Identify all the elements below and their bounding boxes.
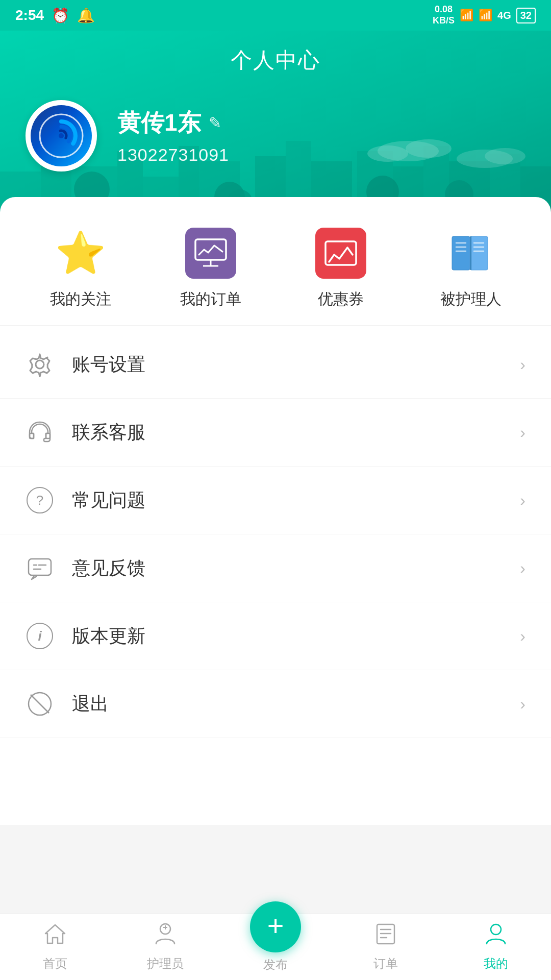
menu-list: 账号设置 › 联系客服 › ? 常见问题 › (0, 326, 551, 743)
tab-orders-label: 订单 (373, 955, 398, 972)
arrow-icon: › (520, 355, 525, 374)
main-content: ⭐ 我的关注 我的订单 优惠券 (0, 197, 551, 825)
arrow-icon: › (520, 423, 525, 442)
svg-point-30 (59, 133, 64, 138)
orders-icon (374, 922, 397, 951)
star-icon: ⭐ (55, 229, 106, 277)
signal-icon-1: 📶 (479, 9, 492, 22)
arrow-icon: › (520, 695, 525, 714)
info-icon: i (26, 622, 54, 650)
notification-icon: 🔔 (77, 7, 95, 24)
coupon-icon (323, 235, 359, 271)
chat-icon (26, 554, 54, 582)
care-person-icon-wrapper (445, 228, 496, 279)
status-right: 0.08KB/S 📶 📶 4G 32 (433, 4, 536, 26)
tab-mine-label: 我的 (484, 955, 508, 972)
my-follow-icon-wrapper: ⭐ (55, 228, 106, 279)
action-my-follow[interactable]: ⭐ 我的关注 (15, 228, 145, 310)
avatar-image (31, 105, 92, 166)
tab-nurse[interactable]: 护理员 (110, 922, 220, 972)
tab-nurse-label: 护理员 (147, 955, 184, 972)
profile-info: 黄传1东 ✎ 13022731091 (117, 107, 229, 165)
svg-rect-35 (452, 236, 470, 270)
care-person-label: 被护理人 (440, 289, 502, 310)
home-icon (43, 922, 67, 951)
menu-item-logout[interactable]: 退出 › (0, 670, 551, 738)
menu-item-faq[interactable]: ? 常见问题 › (0, 467, 551, 534)
coupon-label: 优惠券 (318, 289, 364, 310)
svg-line-52 (31, 695, 49, 713)
quick-actions-section: ⭐ 我的关注 我的订单 优惠券 (0, 207, 551, 326)
action-my-order[interactable]: 我的订单 (145, 228, 276, 310)
fab-publish-button[interactable]: + (250, 901, 301, 952)
status-left: 2:54 ⏰ 🔔 (15, 7, 95, 24)
tab-home-label: 首页 (43, 955, 67, 972)
network-speed: 0.08KB/S (433, 4, 455, 26)
headset-icon (26, 418, 54, 447)
clock-icon: ⏰ (52, 7, 69, 24)
mine-icon (484, 922, 508, 951)
logout-label: 退出 (72, 692, 520, 717)
status-bar: 2:54 ⏰ 🔔 0.08KB/S 📶 📶 4G 32 (0, 0, 551, 31)
tab-orders[interactable]: 订单 (331, 922, 441, 972)
arrow-icon: › (520, 627, 525, 646)
tab-bar: 首页 护理员 + 发布 订单 (0, 914, 551, 980)
coupon-icon-wrapper (315, 228, 366, 279)
menu-item-update[interactable]: i 版本更新 › (0, 602, 551, 670)
update-label: 版本更新 (72, 624, 520, 649)
svg-point-60 (491, 924, 501, 935)
action-coupon[interactable]: 优惠券 (276, 228, 406, 310)
tab-publish[interactable]: + 发布 (220, 922, 331, 973)
menu-item-account-settings[interactable]: 账号设置 › (0, 331, 551, 399)
profile-phone: 13022731091 (117, 145, 229, 165)
account-settings-label: 账号设置 (72, 352, 520, 377)
arrow-icon: › (520, 491, 525, 510)
nurse-icon (154, 922, 177, 951)
my-order-icon-wrapper (185, 228, 236, 279)
tab-publish-label: 发布 (263, 957, 288, 973)
book-icon (448, 230, 494, 276)
my-follow-label: 我的关注 (50, 289, 111, 310)
time-display: 2:54 (15, 7, 44, 23)
gear-icon (26, 350, 54, 379)
arrow-icon: › (520, 559, 525, 578)
signal-icon-2: 4G (497, 10, 511, 21)
feedback-label: 意见反馈 (72, 556, 520, 581)
svg-rect-47 (29, 559, 51, 575)
profile-name: 黄传1东 (117, 107, 201, 139)
faq-label: 常见问题 (72, 488, 520, 513)
tab-mine[interactable]: 我的 (441, 922, 551, 972)
avatar[interactable] (26, 100, 97, 172)
header-section: 个人中心 (0, 31, 551, 223)
question-icon: ? (26, 486, 54, 514)
svg-rect-46 (46, 433, 50, 438)
edit-profile-icon[interactable]: ✎ (209, 114, 221, 132)
menu-item-feedback[interactable]: 意见反馈 › (0, 534, 551, 602)
plus-icon: + (267, 912, 284, 940)
my-order-label: 我的订单 (180, 289, 241, 310)
page-title: 个人中心 (0, 41, 551, 90)
svg-rect-45 (30, 433, 34, 438)
order-monitor-icon (193, 235, 229, 271)
tab-home[interactable]: 首页 (0, 922, 110, 972)
svg-rect-36 (470, 236, 488, 270)
contact-support-label: 联系客服 (72, 420, 520, 445)
menu-item-contact-support[interactable]: 联系客服 › (0, 399, 551, 467)
logout-icon (26, 690, 54, 718)
profile-name-row: 黄传1东 ✎ (117, 107, 229, 139)
battery-indicator: 32 (516, 8, 536, 23)
svg-point-44 (36, 360, 44, 369)
wifi-icon: 📶 (460, 9, 473, 22)
action-care-person[interactable]: 被护理人 (406, 228, 536, 310)
